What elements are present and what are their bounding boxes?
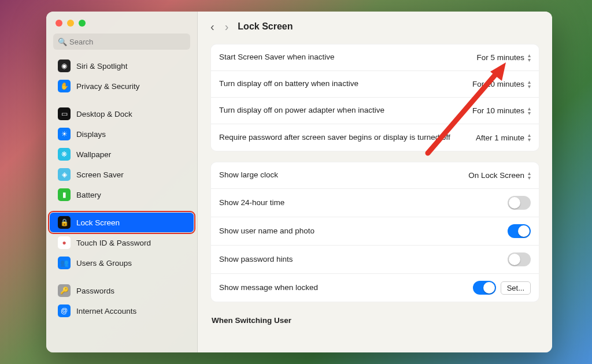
row-label: Turn display off on power adapter when i… (219, 105, 384, 116)
username-photo-toggle[interactable] (508, 224, 531, 238)
sidebar-item-label: Touch ID & Password (76, 239, 151, 247)
back-button[interactable]: ‹ (209, 20, 216, 34)
search-input[interactable] (53, 34, 190, 50)
window-controls (46, 12, 197, 34)
sidebar-icon: ☀ (58, 128, 71, 140)
sidebar-item-label: Displays (76, 130, 106, 139)
sidebar-item-label: Screen Saver (76, 170, 124, 179)
sidebar-item-label: Privacy & Security (76, 82, 140, 91)
sidebar-item-lock-screen[interactable]: 🔒Lock Screen (50, 213, 194, 232)
sidebar-item-passwords[interactable]: 🔑Passwords (50, 281, 194, 300)
sidebar-item-label: Internet Accounts (76, 307, 136, 315)
row-label: Require password after screen saver begi… (219, 132, 450, 143)
sidebar-item-desktop-dock[interactable]: ▭Desktop & Dock (50, 104, 194, 124)
sidebar-icon: ◈ (58, 168, 71, 181)
sidebar-item-label: Siri & Spotlight (76, 62, 128, 70)
password-hints-toggle[interactable] (508, 252, 531, 266)
row-label: Show message when locked (219, 283, 318, 293)
sidebar-icon: ◉ (58, 60, 71, 72)
sidebar-item-label: Desktop & Dock (76, 110, 132, 118)
minimize-icon[interactable] (67, 20, 74, 27)
timing-row: Turn display off on battery when inactiv… (211, 71, 539, 98)
timing-select[interactable]: For 5 minutes▴▾ (476, 53, 531, 62)
sidebar-item-wallpaper[interactable]: ❋Wallpaper (50, 144, 194, 164)
timing-row: Start Screen Saver when inactiveFor 5 mi… (211, 44, 539, 71)
chevron-updown-icon: ▴▾ (528, 171, 531, 180)
sidebar-icon: ❋ (58, 148, 71, 161)
sidebar-item-users-groups[interactable]: 👥Users & Groups (50, 253, 194, 273)
row-label: Start Screen Saver when inactive (219, 52, 335, 62)
display-settings-group: Show large clock On Lock Screen ▴▾ Show … (210, 162, 539, 302)
sidebar-icon: ✋ (58, 80, 71, 92)
sidebar-item-displays[interactable]: ☀Displays (50, 124, 194, 144)
sidebar-item-label: Battery (76, 191, 101, 199)
row-label: Show 24-hour time (219, 198, 284, 208)
timing-select[interactable]: For 10 minutes▴▾ (472, 80, 531, 89)
timing-select[interactable]: For 10 minutes▴▾ (472, 106, 531, 116)
sidebar-icon: @ (58, 304, 71, 317)
timing-row: Require password after screen saver begi… (211, 124, 539, 151)
timing-select[interactable]: After 1 minute▴▾ (476, 133, 531, 142)
set-message-button[interactable]: Set... (501, 281, 531, 295)
sidebar-icon: ▭ (58, 107, 71, 120)
sidebar-item-label: Passwords (76, 287, 114, 295)
sidebar-item-siri-spotlight[interactable]: ◉Siri & Spotlight (50, 56, 194, 76)
content-scroll[interactable]: Start Screen Saver when inactiveFor 5 mi… (198, 42, 552, 352)
sidebar-icon: ▮ (58, 188, 71, 201)
24h-toggle[interactable] (508, 196, 531, 210)
sidebar-item-touch-id-password[interactable]: ●Touch ID & Password (50, 233, 194, 252)
chevron-updown-icon: ▴▾ (528, 53, 531, 62)
titlebar: ‹ › Lock Screen (198, 12, 552, 42)
sidebar-item-screen-saver[interactable]: ◈Screen Saver (50, 165, 194, 184)
large-clock-select[interactable]: On Lock Screen ▴▾ (468, 171, 531, 180)
switching-user-header: When Switching User (210, 313, 539, 325)
close-icon[interactable] (56, 20, 62, 27)
sidebar-icon: 🔒 (58, 216, 71, 229)
chevron-updown-icon: ▴▾ (528, 80, 531, 89)
sidebar-icon: ● (58, 236, 71, 249)
timing-settings-group: Start Screen Saver when inactiveFor 5 mi… (210, 44, 539, 151)
sidebar: 🔍 ◉Siri & Spotlight✋Privacy & Security▭D… (46, 12, 198, 352)
sidebar-item-label: Lock Screen (76, 218, 120, 227)
page-title: Lock Screen (238, 21, 293, 32)
chevron-updown-icon: ▴▾ (528, 106, 531, 116)
timing-row: Turn display off on power adapter when i… (211, 98, 539, 124)
maximize-icon[interactable] (79, 20, 86, 27)
sidebar-item-privacy-security[interactable]: ✋Privacy & Security (50, 76, 194, 96)
show-message-toggle[interactable] (473, 281, 496, 295)
chevron-updown-icon: ▴▾ (528, 133, 531, 142)
sidebar-item-internet-accounts[interactable]: @Internet Accounts (50, 301, 194, 321)
row-label: Show user name and photo (219, 226, 314, 236)
row-label: Turn display off on battery when inactiv… (219, 79, 358, 89)
sidebar-item-label: Users & Groups (76, 259, 132, 268)
main-panel: ‹ › Lock Screen Start Screen Saver when … (198, 12, 552, 352)
system-settings-window: 🔍 ◉Siri & Spotlight✋Privacy & Security▭D… (46, 12, 552, 352)
sidebar-item-battery[interactable]: ▮Battery (50, 185, 194, 205)
sidebar-icon: 🔑 (58, 284, 71, 297)
row-label: Show large clock (219, 170, 278, 180)
row-label: Show password hints (219, 254, 293, 265)
sidebar-icon: 👥 (58, 257, 71, 269)
forward-button[interactable]: › (224, 20, 230, 34)
sidebar-nav: ◉Siri & Spotlight✋Privacy & Security▭Des… (46, 55, 197, 352)
sidebar-item-label: Wallpaper (76, 150, 111, 159)
